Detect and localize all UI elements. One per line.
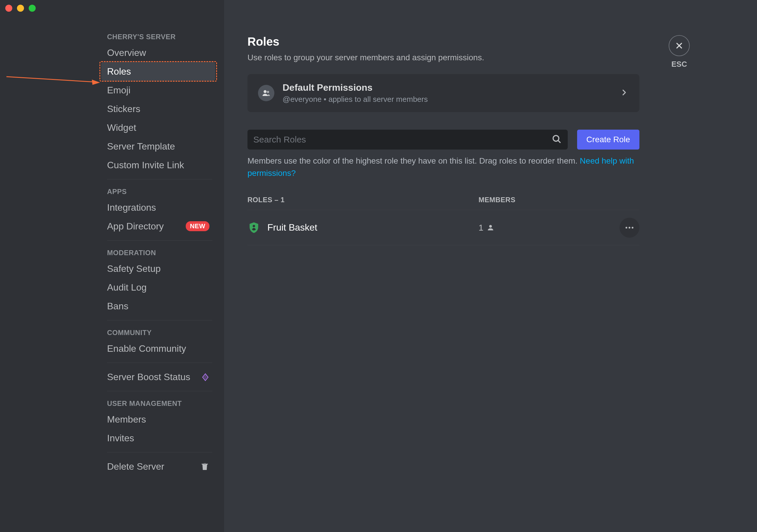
- sidebar-item-audit-log[interactable]: Audit Log: [101, 278, 215, 297]
- sidebar-item-label: Overview: [107, 47, 146, 58]
- sidebar-item-emoji[interactable]: Emoji: [101, 81, 215, 100]
- page-title: Roles: [248, 35, 639, 48]
- roles-header-label: ROLES – 1: [248, 196, 478, 204]
- sidebar-item-roles[interactable]: Roles: [101, 62, 215, 81]
- sidebar-item-enable-community[interactable]: Enable Community: [101, 339, 215, 358]
- boost-gem-icon: [201, 373, 209, 381]
- sidebar-item-overview[interactable]: Overview: [101, 43, 215, 62]
- esc-label: ESC: [669, 60, 690, 69]
- close-region: ESC: [669, 35, 690, 69]
- sidebar-item-label: Custom Invite Link: [107, 160, 184, 171]
- svg-point-9: [632, 227, 634, 229]
- person-icon: [486, 224, 495, 232]
- sidebar-item-invites[interactable]: Invites: [101, 429, 215, 448]
- sidebar-item-integrations[interactable]: Integrations: [101, 198, 215, 217]
- sidebar-item-label: Server Boost Status: [107, 372, 191, 383]
- role-shield-icon: [248, 221, 260, 234]
- help-text-prefix: Members use the color of the highest rol…: [248, 156, 580, 165]
- sidebar-item-label: Safety Setup: [107, 264, 161, 274]
- sidebar-header-apps: APPS: [107, 184, 212, 198]
- settings-sidebar: CHERRY'S SERVER Overview Roles Emoji Sti…: [0, 0, 224, 532]
- sidebar-item-app-directory[interactable]: App Directory NEW: [101, 217, 215, 235]
- sidebar-divider: [107, 452, 212, 453]
- role-row[interactable]: Fruit Basket 1: [248, 210, 639, 245]
- svg-point-6: [489, 225, 492, 227]
- sidebar-header-community: COMMUNITY: [107, 325, 212, 339]
- role-more-button[interactable]: [620, 218, 639, 237]
- svg-point-2: [263, 90, 266, 93]
- svg-point-8: [629, 227, 630, 229]
- more-horizontal-icon: [624, 222, 635, 233]
- sidebar-item-label: Invites: [107, 433, 134, 444]
- sidebar-item-members[interactable]: Members: [101, 410, 215, 429]
- sidebar-item-label: Stickers: [107, 104, 140, 114]
- svg-point-3: [267, 91, 269, 93]
- sidebar-divider: [107, 320, 212, 321]
- sidebar-item-label: App Directory: [107, 221, 164, 232]
- role-member-count: 1: [478, 223, 613, 233]
- sidebar-item-label: Roles: [107, 66, 131, 77]
- default-permissions-text: Default Permissions @everyone • applies …: [283, 82, 611, 104]
- mac-traffic-lights: [5, 5, 36, 12]
- sidebar-header-user-management: USER MANAGEMENT: [107, 396, 212, 410]
- members-icon: [258, 85, 274, 101]
- sidebar-item-delete-server[interactable]: Delete Server: [101, 457, 215, 476]
- sidebar-item-label: Bans: [107, 301, 128, 312]
- sidebar-divider: [107, 391, 212, 391]
- sidebar-item-safety-setup[interactable]: Safety Setup: [101, 259, 215, 278]
- sidebar-header-server: CHERRY'S SERVER: [107, 29, 212, 43]
- sidebar-item-custom-invite-link[interactable]: Custom Invite Link: [101, 156, 215, 174]
- search-roles-input[interactable]: [253, 135, 551, 144]
- search-icon: [551, 134, 562, 145]
- roles-table-header: ROLES – 1 MEMBERS: [248, 196, 639, 210]
- window-minimize-dot[interactable]: [17, 5, 24, 12]
- close-button[interactable]: [669, 35, 690, 56]
- sidebar-divider: [107, 179, 212, 179]
- page-subtitle: Use roles to group your server members a…: [248, 53, 639, 62]
- sidebar-item-bans[interactable]: Bans: [101, 297, 215, 315]
- default-permissions-subtitle: @everyone • applies to all server member…: [283, 95, 611, 104]
- sidebar-item-widget[interactable]: Widget: [101, 118, 215, 137]
- default-permissions-title: Default Permissions: [283, 82, 611, 93]
- default-permissions-card[interactable]: Default Permissions @everyone • applies …: [248, 74, 639, 112]
- sidebar-item-label: Integrations: [107, 202, 156, 213]
- sidebar-divider: [107, 240, 212, 240]
- close-icon: [675, 41, 684, 50]
- sidebar-header-moderation: MODERATION: [107, 245, 212, 259]
- window-zoom-dot[interactable]: [29, 5, 36, 12]
- sidebar-item-label: Delete Server: [107, 461, 165, 472]
- sidebar-item-label: Audit Log: [107, 282, 146, 293]
- sidebar-item-label: Members: [107, 414, 146, 425]
- search-roles-box[interactable]: [248, 130, 568, 149]
- trash-icon: [200, 462, 209, 471]
- sidebar-item-label: Emoji: [107, 85, 131, 96]
- sidebar-divider: [107, 362, 212, 363]
- settings-content: ESC Roles Use roles to group your server…: [224, 0, 757, 532]
- new-badge: NEW: [186, 221, 209, 231]
- role-name: Fruit Basket: [267, 222, 318, 233]
- roles-help-text: Members use the color of the highest rol…: [248, 155, 639, 179]
- svg-point-7: [626, 227, 627, 229]
- members-header-label: MEMBERS: [478, 196, 613, 204]
- chevron-right-icon: [620, 88, 629, 98]
- sidebar-item-label: Enable Community: [107, 343, 186, 354]
- sidebar-item-server-template[interactable]: Server Template: [101, 137, 215, 156]
- svg-point-5: [253, 225, 255, 227]
- sidebar-item-stickers[interactable]: Stickers: [101, 100, 215, 118]
- sidebar-item-label: Widget: [107, 122, 136, 133]
- sidebar-item-server-boost[interactable]: Server Boost Status: [101, 367, 215, 386]
- sidebar-item-label: Server Template: [107, 141, 175, 152]
- create-role-button[interactable]: Create Role: [577, 130, 639, 149]
- window-close-dot[interactable]: [5, 5, 12, 12]
